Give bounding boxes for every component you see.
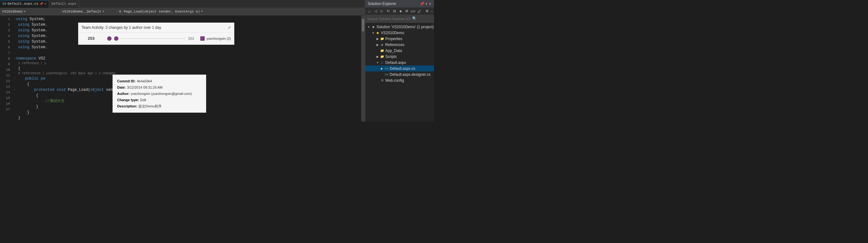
- collapse-12[interactable]: −: [14, 87, 15, 93]
- tab-label-cs: Default.aspx.cs: [7, 2, 38, 6]
- commit-changetype-row: Change type: Edit: [117, 97, 202, 103]
- code-line-6: using System.: [14, 45, 361, 50]
- se-code-btn[interactable]: </>: [410, 8, 416, 14]
- se-project-arrow: ▾: [371, 31, 375, 34]
- commit-id-value: 4b4a50b4: [137, 78, 152, 84]
- class-dropdown-label: VS2010Demo._Default: [62, 10, 101, 14]
- scrollbar-thumb[interactable]: [362, 19, 364, 31]
- chart-max-label: 253: [188, 36, 194, 41]
- author-badge: yuezhongxin (2): [200, 36, 231, 41]
- se-pin-icons: 📌 ▾ ✕: [420, 2, 432, 6]
- commit-desc-row: Description: 提交Demo程序: [117, 103, 202, 109]
- commit-popup: Commit ID: 4b4a50b4 Date: 3/12/2014 09:3…: [113, 75, 206, 113]
- se-home-btn[interactable]: ⌂: [367, 8, 372, 14]
- method-icon: ⚙: [119, 9, 121, 14]
- se-settings-btn[interactable]: ⚙: [424, 8, 430, 14]
- se-collapse-btn[interactable]: ⊟: [392, 8, 397, 14]
- se-defaultaspx-label: Default.aspx: [385, 60, 406, 65]
- commit-author-label: Author:: [117, 90, 130, 97]
- team-activity-title: Team Activity: 2 changes by 1 author ove…: [82, 25, 161, 30]
- se-properties-arrow: ▶: [375, 37, 380, 40]
- commit-date-value: 3/12/2014 09:31:26 AM: [127, 84, 163, 90]
- se-search-input[interactable]: [367, 17, 411, 21]
- se-webconfig-item[interactable]: ⚙ Web.config: [365, 77, 434, 83]
- se-design-btn[interactable]: 🖊: [416, 8, 422, 14]
- commit-changetype-value: Edit: [140, 97, 146, 103]
- se-references-arrow: ▶: [375, 43, 380, 46]
- se-pin-icon[interactable]: 📌: [420, 2, 424, 6]
- se-project-item[interactable]: ▾ ◆ VS2010Demo: [365, 30, 434, 36]
- activity-dot-1: [107, 36, 112, 41]
- se-appdata-item[interactable]: 📁 App_Data: [365, 48, 434, 54]
- tab-close-cs[interactable]: ✕: [44, 2, 46, 6]
- tab-bar: C# Default.aspx.cs 📌 ✕ Default.aspx: [0, 0, 365, 7]
- team-activity-body: 253 253 yuezhongxin (2): [79, 32, 234, 45]
- code-line-17: }: [14, 115, 361, 121]
- se-defaultaspxcs-item[interactable]: ▶ C# Default.aspx.cs: [365, 65, 434, 72]
- tab-default-aspx-cs[interactable]: C# Default.aspx.cs 📌 ✕: [0, 0, 49, 7]
- se-project-icon: ◆: [375, 31, 380, 35]
- class-dropdown[interactable]: VS2010Demo._Default ▼: [61, 8, 117, 15]
- external-link-icon[interactable]: ⤢: [228, 25, 231, 30]
- commit-desc-label: Description:: [117, 103, 137, 109]
- collapse-10[interactable]: −: [14, 76, 15, 81]
- commit-id-row: Commit ID: 4b4a50b4: [117, 78, 202, 84]
- author-color-square: [200, 36, 205, 41]
- collapse-1[interactable]: −: [14, 16, 15, 22]
- se-solution-icon: ◈: [371, 25, 376, 29]
- pin-icon: 📌: [40, 2, 43, 6]
- se-title: Solution Explorer: [368, 2, 396, 6]
- se-scripts-label: Scripts: [385, 54, 397, 59]
- commit-date-row: Date: 3/12/2014 09:31:26 AM: [117, 84, 202, 90]
- commit-author-row: Author: yuezhongxin (yuezhongxin@gmail.c…: [117, 90, 202, 97]
- se-defaultdesigner-label: Default.aspx.designer.cs: [390, 72, 431, 77]
- se-search-bar: 🔍: [365, 15, 434, 23]
- se-references-item[interactable]: ▶ ◈ References: [365, 42, 434, 48]
- se-solution-arrow: ▾: [367, 25, 371, 28]
- author-label: yuezhongxin (2): [207, 36, 231, 41]
- code-line-7: [14, 50, 361, 56]
- tab-default-aspx[interactable]: Default.aspx: [49, 0, 79, 7]
- commit-changetype-label: Change type:: [117, 97, 139, 103]
- se-search-icon[interactable]: 🔍: [412, 16, 417, 21]
- se-show-all-btn[interactable]: ◈: [398, 8, 403, 14]
- se-close-icon[interactable]: ✕: [429, 2, 432, 6]
- code-line-9-container: 1 reference | y {: [14, 61, 361, 72]
- se-header: Solution Explorer 📌 ▾ ✕: [365, 0, 434, 7]
- nav-toolbar: VS2010Demo ▼ VS2010Demo._Default ▼ ⚙ Pag…: [0, 7, 365, 16]
- solution-explorer: Solution Explorer 📌 ▾ ✕ ⌂ ◁ ▷ ↻ ⊟ ◈ ⚙ </…: [365, 0, 434, 122]
- se-defaultdesigner-icon: C#: [384, 72, 389, 77]
- vertical-scrollbar[interactable]: [361, 16, 365, 122]
- se-properties-label: Properties: [385, 37, 402, 41]
- project-dropdown-arrow: ▼: [24, 10, 26, 13]
- se-references-icon: ◈: [380, 43, 384, 47]
- team-activity-header: Team Activity: 2 changes by 1 author ove…: [79, 23, 234, 32]
- se-appdata-label: App_Data: [385, 49, 402, 53]
- se-defaultaspxcs-label: Default.aspx.cs: [390, 66, 415, 71]
- code-line-9-refs: 1 reference | y: [14, 61, 361, 66]
- code-area: 1 2 3 4 5 6 7 8 9 10 11 12 13 14 15 16 1…: [0, 16, 365, 122]
- team-activity-popup[interactable]: Team Activity: 2 changes by 1 author ove…: [78, 23, 234, 45]
- se-forward-btn[interactable]: ▷: [379, 8, 384, 14]
- se-scripts-icon: 📁: [380, 54, 384, 59]
- se-refresh-btn[interactable]: ↻: [385, 8, 391, 14]
- method-dropdown[interactable]: ⚙ Page_Load(object sender, EventArgs e) …: [118, 8, 364, 15]
- line-numbers: 1 2 3 4 5 6 7 8 9 10 11 12 13 14 15 16 1…: [0, 16, 12, 122]
- se-separator: —: [431, 9, 433, 13]
- se-scripts-arrow: ▶: [375, 55, 380, 58]
- se-back-btn[interactable]: ◁: [373, 8, 378, 14]
- se-project-label: VS2010Demo: [381, 31, 404, 35]
- se-solution-item[interactable]: ▾ ◈ Solution 'VS2010Demo' (1 project): [365, 24, 434, 30]
- code-content[interactable]: − using System; using System. using Syst…: [12, 16, 361, 122]
- collapse-8[interactable]: −: [14, 56, 15, 61]
- se-properties-item[interactable]: ▶ 📁 Properties: [365, 36, 434, 42]
- se-props-btn[interactable]: ⚙: [404, 8, 410, 14]
- project-dropdown[interactable]: VS2010Demo ▼: [1, 8, 60, 15]
- se-tree: ▾ ◈ Solution 'VS2010Demo' (1 project) ▾ …: [365, 23, 434, 122]
- se-scripts-item[interactable]: ▶ 📁 Scripts: [365, 54, 434, 59]
- se-defaultaspx-item[interactable]: ▾ ⬡ Default.aspx: [365, 59, 434, 65]
- se-defaultdesigner-item[interactable]: C# Default.aspx.designer.cs: [365, 72, 434, 77]
- se-menu-icon[interactable]: ▾: [426, 2, 428, 6]
- se-defaultaspx-icon: ⬡: [380, 60, 384, 65]
- se-appdata-icon: 📁: [380, 49, 384, 53]
